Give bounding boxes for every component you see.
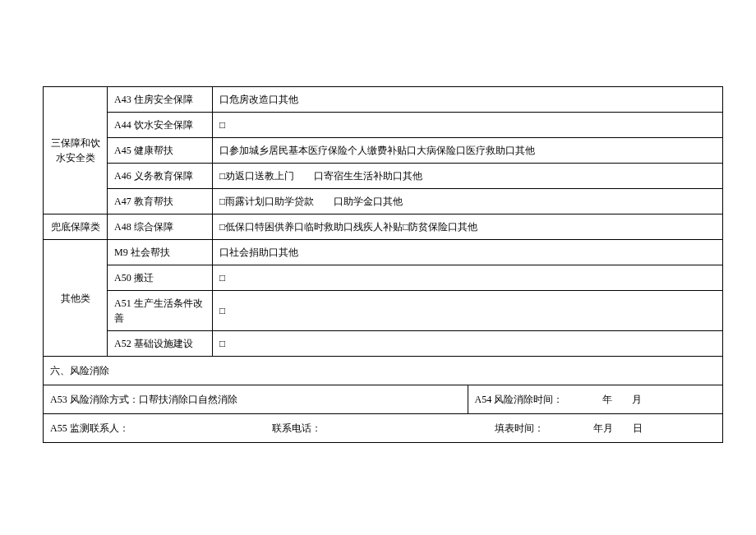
row-a44-value: □	[213, 113, 723, 138]
row-a52-value: □	[213, 331, 723, 357]
row-a46-label: A46 义务教育保障	[108, 164, 213, 189]
row-a50-label: A50 搬迁	[108, 265, 213, 291]
category-other: 其他类	[44, 240, 108, 357]
footer-a54: A54 风险消除时间： 年 月	[468, 385, 723, 414]
footer-a55-phone: 联系电话：	[272, 421, 491, 436]
footer-a55: A55 监测联系人： 联系电话： 填表时间： 年月 日	[44, 414, 723, 443]
row-a48-label: A48 综合保障	[108, 214, 213, 240]
row-a43-value: 口危房改造口其他	[213, 87, 723, 113]
row-a51-value: □	[213, 291, 723, 331]
row-a50-value: □	[213, 265, 723, 291]
footer-a53: A53 风险消除方式：口帮扶消除口自然消除	[44, 385, 468, 414]
row-a45-label: A45 健康帮扶	[108, 138, 213, 164]
row-a48-value: □低保口特困供养口临时救助口残疾人补贴□防贫保险口其他	[213, 214, 723, 240]
row-a47-label: A47 教育帮扶	[108, 189, 213, 214]
row-a47-value: □雨露计划口助学贷款 口助学金口其他	[213, 189, 723, 214]
row-a51-label: A51 生产生活条件改善	[108, 291, 213, 331]
row-a46-value: □劝返口送教上门 口寄宿生生活补助口其他	[213, 164, 723, 189]
form-table: 三保障和饮水安全类 A43 住房安全保障 口危房改造口其他 A44 饮水安全保障…	[43, 86, 723, 443]
row-m9-label: M9 社会帮扶	[108, 240, 213, 265]
row-a45-value: 口参加城乡居民基本医疗保险个人缴费补贴口大病保险口医疗救助口其他	[213, 138, 723, 164]
row-a44-label: A44 饮水安全保障	[108, 113, 213, 138]
row-a43-label: A43 住房安全保障	[108, 87, 213, 113]
section-6-header: 六、风险消除	[44, 357, 723, 385]
category-doudi: 兜底保障类	[44, 214, 108, 240]
category-sanbaozhang: 三保障和饮水安全类	[44, 87, 108, 214]
row-a52-label: A52 基础设施建设	[108, 331, 213, 357]
row-m9-value: 口社会捐助口其他	[213, 240, 723, 265]
footer-a55-contact: A55 监测联系人：	[50, 421, 270, 436]
footer-a55-time: 填表时间： 年月 日	[495, 421, 708, 436]
